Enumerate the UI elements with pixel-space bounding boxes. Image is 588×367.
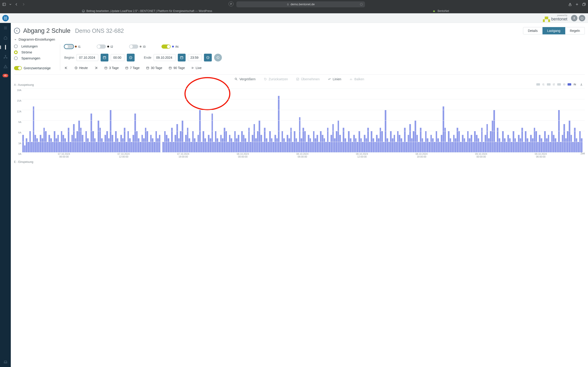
lock-icon <box>287 2 289 6</box>
btn-apply[interactable]: Übernehmen <box>296 77 320 81</box>
radio-spannungen[interactable]: Spannungen <box>14 56 51 60</box>
tab-details[interactable]: Details <box>523 27 543 34</box>
svg-rect-9 <box>4 18 5 19</box>
url-text: demo.bentonet.de <box>291 2 315 6</box>
sidebar-toggle-icon[interactable] <box>2 2 6 6</box>
chart-legend: I1 I2 I3 IN <box>536 83 583 86</box>
svg-rect-4 <box>569 4 571 6</box>
btn-bars[interactable]: Balken <box>350 77 364 81</box>
browser-tabs: Beitrag bearbeiten „Update LoadFlow 2.5"… <box>0 8 588 13</box>
svg-rect-25 <box>169 67 171 69</box>
btn-heute[interactable]: Heute <box>74 66 88 70</box>
svg-rect-23 <box>126 67 128 69</box>
brand-logo: ▞▚bentonet <box>543 17 567 22</box>
toggle-i1[interactable]: I1 <box>64 44 81 49</box>
close-icon[interactable] <box>359 2 363 6</box>
btn-reset[interactable]: Zurücksetzen <box>264 77 288 81</box>
svg-rect-0 <box>3 3 6 6</box>
btn-30tage[interactable]: 30 Tage <box>146 66 162 70</box>
url-bar[interactable]: demo.bentonet.de <box>236 1 365 7</box>
svg-rect-12 <box>5 45 6 50</box>
tab-label: BentoNet <box>438 9 449 13</box>
browser-tab[interactable]: ◆ BentoNet <box>294 8 588 13</box>
svg-rect-17 <box>103 56 106 59</box>
nav-item-network[interactable] <box>3 55 8 59</box>
tab-lastgang[interactable]: Lastgang <box>543 27 565 34</box>
svg-point-27 <box>235 78 237 80</box>
input-begin-date[interactable]: 07.10.2024 <box>77 54 98 61</box>
nav-item-home[interactable] <box>3 35 8 40</box>
nav-item-menu[interactable] <box>3 26 8 30</box>
svg-rect-5 <box>582 3 585 6</box>
nav-item-active[interactable] <box>3 45 8 50</box>
btn-skip-fwd[interactable] <box>94 66 98 70</box>
powered-by-label: powered by <box>543 14 567 17</box>
share-icon[interactable] <box>568 2 572 6</box>
tabs-icon[interactable] <box>582 2 586 6</box>
toggle-grenzwert[interactable]: Grenzwertanzeige <box>14 66 51 70</box>
svg-rect-22 <box>105 67 107 69</box>
input-end-time[interactable]: 23:59 <box>188 54 202 61</box>
refresh-button[interactable] <box>214 54 222 61</box>
download-icon[interactable] <box>580 83 583 86</box>
input-begin-time[interactable]: 00:00 <box>111 54 124 61</box>
toggle-in[interactable]: IN <box>162 44 179 49</box>
nav-back-icon[interactable] <box>15 2 18 6</box>
svg-rect-24 <box>147 67 149 69</box>
svg-point-11 <box>574 17 575 18</box>
nav-item-inbox[interactable] <box>3 360 8 364</box>
page-title: Abgang 2 Schule <box>23 27 70 34</box>
page-subtitle: Demo ONS 32-682 <box>75 27 124 34</box>
svg-rect-10 <box>6 18 7 19</box>
btn-lines[interactable]: Linien <box>328 77 341 81</box>
svg-rect-7 <box>4 17 5 18</box>
svg-rect-28 <box>297 78 299 80</box>
chart-plot-area[interactable]: 0A3A6A9A12A15A18A 07.10.202406:00:0007.1… <box>14 89 585 158</box>
svg-marker-26 <box>192 67 194 69</box>
toggle-i2[interactable]: I2 <box>97 44 113 49</box>
btn-skip-back[interactable] <box>64 66 68 70</box>
input-end-date[interactable]: 09.10.2024 <box>154 54 175 61</box>
toggle-i3[interactable]: I3 <box>129 44 145 49</box>
app-menu-button[interactable] <box>2 15 9 21</box>
alert-count-badge[interactable]: 45 <box>2 74 8 77</box>
btn-zoom[interactable]: Vergrößern <box>234 77 255 81</box>
btn-7tage[interactable]: 7 Tage <box>125 66 140 70</box>
view-tabs: Details Lastgang Regeln <box>523 27 585 34</box>
chart-title-top: A - Ausspeisung <box>14 83 585 86</box>
svg-rect-19 <box>180 56 183 59</box>
browser-chrome: demo.bentonet.de <box>0 0 588 8</box>
back-button[interactable] <box>14 28 20 34</box>
chart-title-bottom: E - Einspeisung <box>14 160 585 164</box>
clock-button[interactable] <box>127 54 135 61</box>
user-button[interactable] <box>571 15 578 21</box>
clock-button[interactable] <box>204 54 212 61</box>
nav-item-warning[interactable] <box>3 64 8 69</box>
calendar-button[interactable] <box>178 54 186 61</box>
reader-mode-icon[interactable] <box>229 1 233 6</box>
plus-icon[interactable] <box>575 2 579 6</box>
settings-head-label: Diagramm-Einstellungen <box>19 38 55 41</box>
radio-stroeme[interactable]: Ströme <box>14 50 51 54</box>
btn-90tage[interactable]: 90 Tage <box>169 66 185 70</box>
svg-rect-8 <box>6 17 7 18</box>
browser-tab[interactable]: Beitrag bearbeiten „Update LoadFlow 2.5"… <box>0 8 294 13</box>
btn-3tage[interactable]: 3 Tage <box>104 66 119 70</box>
svg-rect-2 <box>287 4 289 5</box>
chevron-down-icon[interactable] <box>9 2 11 6</box>
chart-ausspeisung: A - Ausspeisung I1 I2 I3 IN Zeit 0A3A6A9… <box>14 83 585 164</box>
app-header: powered by ▞▚bentonet <box>0 13 588 23</box>
calendar-button[interactable] <box>101 54 108 61</box>
bentonet-favicon: ◆ <box>433 9 436 13</box>
svg-point-13 <box>5 55 6 56</box>
power-button[interactable] <box>579 15 585 21</box>
wordpress-icon <box>82 9 85 13</box>
label-beginn: Beginn <box>64 56 74 59</box>
tab-regeln[interactable]: Regeln <box>565 27 585 34</box>
chart-toolbar: Vergrößern Zurücksetzen Übernehmen Linie… <box>14 74 585 81</box>
tab-label: Beitrag bearbeiten „Update LoadFlow 2.5"… <box>86 9 212 13</box>
nav-rail: 45 <box>0 23 11 367</box>
settings-accordion-toggle[interactable]: Diagramm-Einstellungen <box>14 38 585 41</box>
btn-live[interactable]: Live <box>191 66 202 70</box>
radio-leistungen[interactable]: Leistungen <box>14 44 51 48</box>
